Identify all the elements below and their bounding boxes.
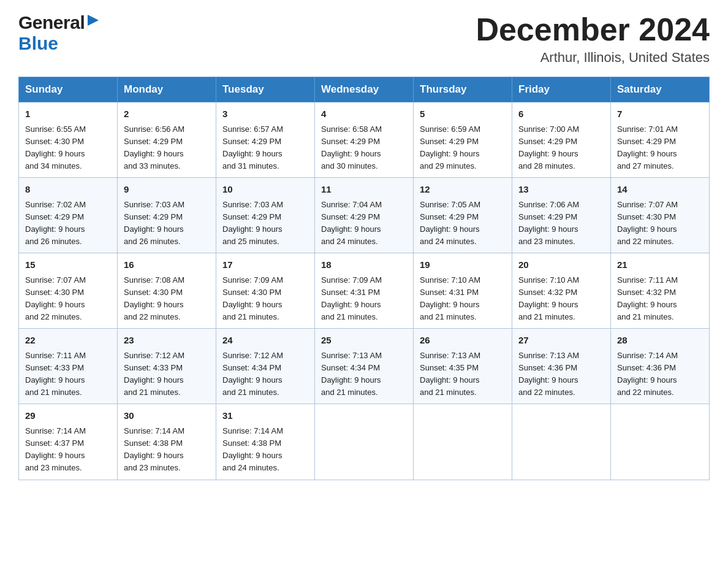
day-info: Sunrise: 6:55 AMSunset: 4:30 PMDaylight:… (25, 123, 111, 173)
calendar-cell: 16Sunrise: 7:08 AMSunset: 4:30 PMDayligh… (118, 253, 216, 329)
svg-marker-0 (88, 15, 99, 26)
calendar-cell: 15Sunrise: 7:07 AMSunset: 4:30 PMDayligh… (19, 253, 118, 329)
day-info: Sunrise: 7:13 AMSunset: 4:34 PMDaylight:… (321, 350, 407, 399)
weekday-header-row: SundayMondayTuesdayWednesdayThursdayFrid… (19, 77, 710, 102)
day-number: 22 (25, 334, 111, 348)
day-info: Sunrise: 7:06 AMSunset: 4:29 PMDaylight:… (518, 199, 604, 248)
day-number: 12 (420, 183, 506, 197)
weekday-header-friday: Friday (512, 77, 611, 102)
day-info: Sunrise: 7:12 AMSunset: 4:34 PMDaylight:… (222, 350, 308, 399)
day-number: 23 (124, 334, 210, 348)
day-number: 28 (617, 334, 703, 348)
day-info: Sunrise: 7:14 AMSunset: 4:38 PMDaylight:… (222, 425, 308, 475)
location-title: Arthur, Illinois, United States (476, 50, 710, 66)
weekday-header-wednesday: Wednesday (315, 77, 414, 102)
calendar-cell: 13Sunrise: 7:06 AMSunset: 4:29 PMDayligh… (512, 178, 611, 253)
calendar-cell: 6Sunrise: 7:00 AMSunset: 4:29 PMDaylight… (512, 102, 611, 178)
calendar-week-row: 15Sunrise: 7:07 AMSunset: 4:30 PMDayligh… (19, 253, 710, 329)
weekday-header-tuesday: Tuesday (216, 77, 315, 102)
day-number: 15 (25, 258, 111, 272)
calendar-cell (315, 404, 414, 480)
day-info: Sunrise: 7:14 AMSunset: 4:38 PMDaylight:… (124, 425, 210, 475)
logo-general-text: General (18, 12, 85, 33)
calendar-cell: 7Sunrise: 7:01 AMSunset: 4:29 PMDaylight… (611, 102, 710, 178)
day-info: Sunrise: 7:10 AMSunset: 4:32 PMDaylight:… (518, 274, 604, 324)
calendar-table: SundayMondayTuesdayWednesdayThursdayFrid… (18, 77, 710, 480)
calendar-cell: 9Sunrise: 7:03 AMSunset: 4:29 PMDaylight… (118, 178, 216, 253)
day-info: Sunrise: 7:05 AMSunset: 4:29 PMDaylight:… (420, 199, 506, 248)
day-info: Sunrise: 7:14 AMSunset: 4:36 PMDaylight:… (617, 350, 703, 399)
day-number: 13 (518, 183, 604, 197)
calendar-cell: 26Sunrise: 7:13 AMSunset: 4:35 PMDayligh… (414, 329, 512, 404)
calendar-cell: 27Sunrise: 7:13 AMSunset: 4:36 PMDayligh… (512, 329, 611, 404)
calendar-cell: 20Sunrise: 7:10 AMSunset: 4:32 PMDayligh… (512, 253, 611, 329)
day-info: Sunrise: 7:11 AMSunset: 4:32 PMDaylight:… (617, 274, 703, 324)
day-number: 18 (321, 258, 407, 272)
day-number: 7 (617, 107, 703, 121)
day-number: 2 (124, 107, 210, 121)
calendar-cell: 12Sunrise: 7:05 AMSunset: 4:29 PMDayligh… (414, 178, 512, 253)
calendar-cell: 24Sunrise: 7:12 AMSunset: 4:34 PMDayligh… (216, 329, 315, 404)
logo-triangle-icon (86, 13, 100, 27)
calendar-week-row: 1Sunrise: 6:55 AMSunset: 4:30 PMDaylight… (19, 102, 710, 178)
weekday-header-saturday: Saturday (611, 77, 710, 102)
day-number: 10 (222, 183, 308, 197)
calendar-cell: 28Sunrise: 7:14 AMSunset: 4:36 PMDayligh… (611, 329, 710, 404)
day-number: 26 (420, 334, 506, 348)
day-number: 1 (25, 107, 111, 121)
day-number: 29 (25, 409, 111, 423)
calendar-cell: 19Sunrise: 7:10 AMSunset: 4:31 PMDayligh… (414, 253, 512, 329)
day-info: Sunrise: 7:07 AMSunset: 4:30 PMDaylight:… (617, 199, 703, 248)
day-info: Sunrise: 7:03 AMSunset: 4:29 PMDaylight:… (222, 199, 308, 248)
calendar-cell: 1Sunrise: 6:55 AMSunset: 4:30 PMDaylight… (19, 102, 118, 178)
calendar-cell: 29Sunrise: 7:14 AMSunset: 4:37 PMDayligh… (19, 404, 118, 480)
calendar-cell: 25Sunrise: 7:13 AMSunset: 4:34 PMDayligh… (315, 329, 414, 404)
calendar-cell: 2Sunrise: 6:56 AMSunset: 4:29 PMDaylight… (118, 102, 216, 178)
day-number: 24 (222, 334, 308, 348)
day-number: 11 (321, 183, 407, 197)
calendar-cell: 18Sunrise: 7:09 AMSunset: 4:31 PMDayligh… (315, 253, 414, 329)
day-number: 9 (124, 183, 210, 197)
day-info: Sunrise: 7:08 AMSunset: 4:30 PMDaylight:… (124, 274, 210, 324)
calendar-cell: 21Sunrise: 7:11 AMSunset: 4:32 PMDayligh… (611, 253, 710, 329)
day-info: Sunrise: 7:00 AMSunset: 4:29 PMDaylight:… (518, 123, 604, 173)
calendar-cell (414, 404, 512, 480)
day-info: Sunrise: 7:04 AMSunset: 4:29 PMDaylight:… (321, 199, 407, 248)
calendar-cell: 4Sunrise: 6:58 AMSunset: 4:29 PMDaylight… (315, 102, 414, 178)
calendar-cell: 11Sunrise: 7:04 AMSunset: 4:29 PMDayligh… (315, 178, 414, 253)
calendar-cell: 22Sunrise: 7:11 AMSunset: 4:33 PMDayligh… (19, 329, 118, 404)
day-number: 31 (222, 409, 308, 423)
calendar-cell: 14Sunrise: 7:07 AMSunset: 4:30 PMDayligh… (611, 178, 710, 253)
calendar-week-row: 29Sunrise: 7:14 AMSunset: 4:37 PMDayligh… (19, 404, 710, 480)
day-number: 21 (617, 258, 703, 272)
calendar-cell: 17Sunrise: 7:09 AMSunset: 4:30 PMDayligh… (216, 253, 315, 329)
weekday-header-sunday: Sunday (19, 77, 118, 102)
day-info: Sunrise: 7:02 AMSunset: 4:29 PMDaylight:… (25, 199, 111, 248)
day-info: Sunrise: 7:11 AMSunset: 4:33 PMDaylight:… (25, 350, 111, 399)
calendar-cell: 30Sunrise: 7:14 AMSunset: 4:38 PMDayligh… (118, 404, 216, 480)
page-header: General Blue December 2024 Arthur, Illin… (18, 12, 710, 66)
calendar-cell: 8Sunrise: 7:02 AMSunset: 4:29 PMDaylight… (19, 178, 118, 253)
day-info: Sunrise: 7:09 AMSunset: 4:31 PMDaylight:… (321, 274, 407, 324)
calendar-cell: 31Sunrise: 7:14 AMSunset: 4:38 PMDayligh… (216, 404, 315, 480)
day-info: Sunrise: 6:57 AMSunset: 4:29 PMDaylight:… (222, 123, 308, 173)
day-number: 27 (518, 334, 604, 348)
day-info: Sunrise: 7:14 AMSunset: 4:37 PMDaylight:… (25, 425, 111, 475)
weekday-header-monday: Monday (118, 77, 216, 102)
weekday-header-thursday: Thursday (414, 77, 512, 102)
day-info: Sunrise: 7:01 AMSunset: 4:29 PMDaylight:… (617, 123, 703, 173)
logo-blue-text: Blue (18, 33, 58, 53)
day-number: 3 (222, 107, 308, 121)
month-title: December 2024 (476, 12, 710, 47)
day-number: 17 (222, 258, 308, 272)
day-number: 19 (420, 258, 506, 272)
day-info: Sunrise: 7:13 AMSunset: 4:35 PMDaylight:… (420, 350, 506, 399)
day-number: 16 (124, 258, 210, 272)
day-info: Sunrise: 6:59 AMSunset: 4:29 PMDaylight:… (420, 123, 506, 173)
day-number: 14 (617, 183, 703, 197)
calendar-cell: 5Sunrise: 6:59 AMSunset: 4:29 PMDaylight… (414, 102, 512, 178)
title-block: December 2024 Arthur, Illinois, United S… (476, 12, 710, 66)
calendar-cell: 10Sunrise: 7:03 AMSunset: 4:29 PMDayligh… (216, 178, 315, 253)
day-info: Sunrise: 7:10 AMSunset: 4:31 PMDaylight:… (420, 274, 506, 324)
day-info: Sunrise: 7:12 AMSunset: 4:33 PMDaylight:… (124, 350, 210, 399)
